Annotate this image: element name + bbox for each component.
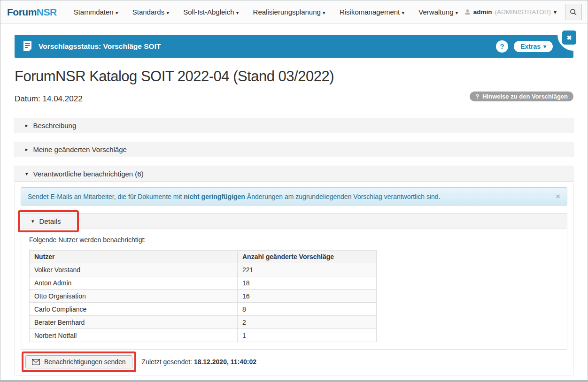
menu-item-standards[interactable]: Standards▾: [132, 8, 169, 16]
alert-close-icon[interactable]: ×: [556, 192, 560, 200]
section-label: Verantwortliche benachrichtigen (6): [33, 170, 144, 178]
section-label: Beschreibung: [33, 122, 77, 130]
cell-user-name: Anton Admin: [30, 276, 238, 290]
column-header-anzahl: Anzahl geänderte Vorschläge: [238, 251, 377, 263]
menu-item-stammdaten[interactable]: Stammdaten▾: [74, 8, 118, 16]
column-header-nutzer: Nutzer: [30, 251, 238, 263]
panel-title-bar: Vorschlagsstatus: Vorschläge SOIT ? Extr…: [15, 35, 573, 58]
meta-row: Datum: 14.04.2022 ? Hinweise zu den Vors…: [15, 92, 573, 104]
section-beschreibung[interactable]: ▸ Beschreibung: [15, 118, 573, 133]
chevron-right-icon: ▸: [25, 146, 28, 153]
users-table: Nutzer Anzahl geänderte Vorschläge Volke…: [29, 250, 377, 342]
chevron-right-icon: ▸: [25, 122, 28, 129]
chevron-down-icon: ▾: [323, 9, 325, 16]
extras-dropdown-button[interactable]: Extras ▾: [514, 41, 553, 52]
date-label: Datum: 14.04.2022: [15, 94, 83, 104]
section-label: Meine geänderten Vorschläge: [33, 145, 127, 153]
table-row: Norbert Notfall1: [30, 329, 377, 342]
table-intro-text: Folgende Nutzer werden benachrichtigt:: [29, 236, 559, 244]
last-sent-text: Zuletzt gesendet: 18.12.2020, 11:40:02: [142, 358, 256, 366]
panel-close-button[interactable]: ✖: [562, 31, 576, 45]
chevron-down-icon: ▾: [116, 9, 118, 16]
send-button-wrap: Benachrichtigungen senden: [25, 355, 132, 368]
logo-part-primary: Forum: [7, 7, 37, 17]
chevron-down-icon: ▾: [456, 9, 458, 16]
cell-user-name: Berater Bernhard: [30, 316, 238, 329]
app-window: ForumNSR Stammdaten▾ Standards▾ Soll-Ist…: [0, 0, 588, 382]
main-menu: Stammdaten▾ Standards▾ Soll-Ist-Abgleich…: [74, 8, 464, 16]
details-header[interactable]: ▾ Details: [21, 214, 567, 229]
send-row: Benachrichtigungen senden Zuletzt gesend…: [21, 355, 567, 368]
section-meine-vorschlaege[interactable]: ▸ Meine geänderten Vorschläge: [15, 142, 573, 157]
cell-count: 16: [238, 290, 377, 303]
table-row: Otto Organisation16: [30, 290, 377, 303]
cell-count: 2: [238, 316, 377, 329]
chevron-down-icon: ▾: [236, 9, 239, 16]
section-verantwortliche-body: Sendet E-Mails an Mitarbeiter, die für D…: [15, 182, 573, 375]
chevron-down-icon: ▾: [31, 218, 34, 224]
section-verantwortliche: ▾ Verantwortliche benachrichtigen (6) Se…: [15, 166, 573, 375]
cell-count: 221: [238, 263, 377, 276]
chevron-down-icon: ▾: [554, 9, 557, 15]
document-icon: [23, 41, 32, 52]
table-row: Carlo Compliance8: [30, 303, 377, 316]
cell-user-name: Norbert Notfall: [30, 329, 238, 342]
search-button[interactable]: [565, 4, 582, 20]
details-body: Folgende Nutzer werden benachrichtigt: N…: [21, 229, 567, 349]
user-role: (ADMINISTRATOR): [495, 8, 551, 15]
page-title: ForumNSR Katalog SOIT 2022-04 (Stand 03/…: [15, 68, 573, 85]
user-menu[interactable]: admin (ADMINISTRATOR) ▾: [464, 8, 557, 15]
menu-item-realisierungsplanung[interactable]: Realisierungsplanung▾: [253, 8, 325, 16]
menu-item-verwaltung[interactable]: Verwaltung▾: [418, 8, 458, 16]
menu-item-risikomanagement[interactable]: Risikomanagement▾: [340, 8, 404, 16]
cell-count: 18: [238, 276, 377, 290]
help-button[interactable]: ?: [496, 40, 508, 53]
user-icon: [464, 9, 471, 15]
table-row: Anton Admin18: [30, 276, 377, 290]
app-logo[interactable]: ForumNSR: [7, 7, 57, 18]
info-alert: Sendet E-Mails an Mitarbeiter, die für D…: [21, 187, 567, 206]
menu-item-soll-ist-abgleich[interactable]: Soll-Ist-Abgleich▾: [183, 8, 239, 16]
hints-button[interactable]: ? Hinweise zu den Vorschlägen: [470, 92, 573, 101]
table-row: Volker Vorstand221: [30, 263, 377, 276]
cell-count: 8: [238, 303, 377, 316]
close-icon: ✖: [567, 34, 572, 41]
table-row: Berater Bernhard2: [30, 316, 377, 329]
info-alert-text: Sendet E-Mails an Mitarbeiter, die für D…: [28, 193, 556, 200]
cell-count: 1: [238, 329, 377, 342]
chevron-down-icon: ▾: [543, 43, 546, 50]
table-header-row: Nutzer Anzahl geänderte Vorschläge: [30, 251, 377, 263]
search-icon: [570, 8, 577, 16]
envelope-icon: [32, 359, 40, 365]
logo-part-secondary: NSR: [37, 7, 57, 17]
page-content: Vorschlagsstatus: Vorschläge SOIT ? Extr…: [15, 35, 573, 375]
cell-user-name: Otto Organisation: [30, 290, 238, 303]
send-notifications-button[interactable]: Benachrichtigungen senden: [25, 355, 132, 368]
details-label: Details: [39, 217, 61, 225]
top-navigation-bar: ForumNSR Stammdaten▾ Standards▾ Soll-Ist…: [0, 0, 588, 24]
question-icon: ?: [475, 93, 479, 100]
chevron-down-icon: ▾: [25, 171, 28, 177]
cell-user-name: Volker Vorstand: [30, 263, 238, 276]
user-name: admin: [473, 8, 492, 15]
section-verantwortliche-header[interactable]: ▾ Verantwortliche benachrichtigen (6): [15, 166, 573, 182]
chevron-down-icon: ▾: [166, 9, 169, 16]
cell-user-name: Carlo Compliance: [30, 303, 238, 316]
panel-title: Vorschlagsstatus: Vorschläge SOIT: [39, 42, 496, 51]
details-panel: ▾ Details Folgende Nutzer werden benachr…: [21, 213, 567, 350]
chevron-down-icon: ▾: [402, 9, 404, 16]
